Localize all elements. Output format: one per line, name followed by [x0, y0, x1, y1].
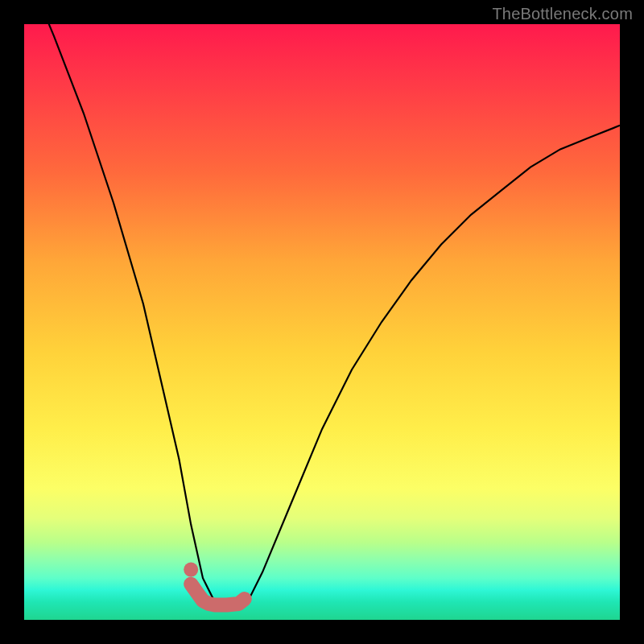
plot-area: [24, 24, 620, 620]
highlight-markers: [184, 563, 245, 605]
watermark-text: TheBottleneck.com: [492, 5, 633, 23]
highlight-dot-left: [184, 563, 198, 577]
curve-layer: [24, 24, 620, 620]
bottleneck-curve: [24, 0, 620, 608]
chart-frame: TheBottleneck.com: [0, 0, 644, 644]
highlight-path: [191, 584, 245, 605]
